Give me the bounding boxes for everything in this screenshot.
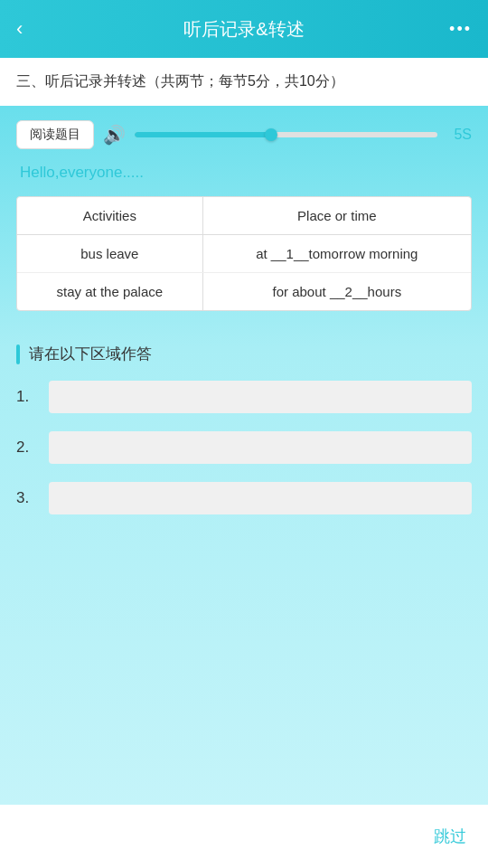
activities-table: Activities Place or time bus leave at __… — [16, 196, 472, 311]
table-row: stay at the palace for about __2__hours — [17, 273, 471, 311]
answer-row-3: 3. — [16, 482, 472, 514]
col-header-place-time: Place or time — [202, 197, 471, 235]
greeting-text: Hello,everyone..... — [16, 164, 472, 182]
label-bar-icon — [16, 344, 20, 364]
timer-display: 5S — [446, 127, 472, 143]
col-header-activities: Activities — [17, 197, 202, 235]
answer-num-1: 1. — [16, 388, 38, 406]
answer-input-1[interactable] — [49, 381, 472, 413]
slider-fill — [135, 132, 271, 137]
answer-section: 请在以下区域作答 1. 2. 3. — [0, 344, 488, 514]
skip-button[interactable]: 跳过 — [434, 826, 466, 847]
answer-row-1: 1. — [16, 381, 472, 413]
activity-1: bus leave — [17, 235, 202, 273]
header: ‹ 听后记录&转述 ••• — [0, 0, 488, 58]
answer-input-2[interactable] — [49, 431, 472, 464]
content-area: 阅读题目 🔊 5S Hello,everyone..... Activities… — [0, 106, 488, 344]
answer-input-3[interactable] — [49, 482, 472, 514]
footer: 跳过 — [0, 805, 488, 868]
activity-2: stay at the palace — [17, 273, 202, 311]
section-title: 三、听后记录并转述（共两节；每节5分，共10分） — [0, 58, 488, 106]
audio-slider[interactable] — [135, 132, 437, 137]
table-row: bus leave at __1__tomorrow morning — [17, 235, 471, 273]
more-button[interactable]: ••• — [449, 20, 472, 39]
read-topic-button[interactable]: 阅读题目 — [16, 120, 94, 149]
speaker-icon[interactable]: 🔊 — [103, 124, 126, 146]
place-time-2: for about __2__hours — [202, 273, 471, 311]
answer-num-3: 3. — [16, 489, 38, 507]
audio-bar: 阅读题目 🔊 5S — [16, 120, 472, 149]
back-button[interactable]: ‹ — [16, 17, 23, 41]
slider-thumb — [265, 128, 277, 141]
answer-num-2: 2. — [16, 439, 38, 457]
answer-row-2: 2. — [16, 431, 472, 464]
page-title: 听后记录&转述 — [183, 17, 304, 42]
place-time-1: at __1__tomorrow morning — [202, 235, 471, 273]
answer-section-label: 请在以下区域作答 — [16, 344, 472, 364]
